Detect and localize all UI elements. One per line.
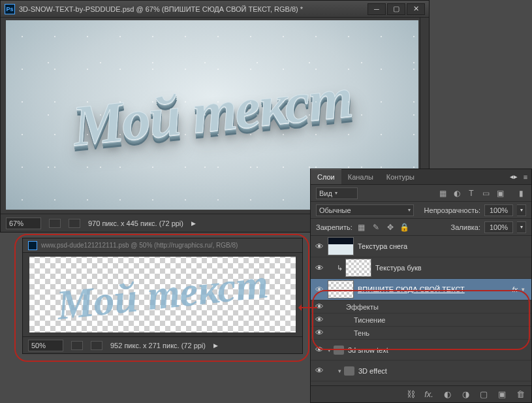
add-adjustment-button[interactable]: ◑ (460, 389, 471, 400)
new-group-button[interactable]: ▢ (478, 389, 490, 400)
fill-value[interactable]: 100% (484, 221, 513, 233)
panel-menu-icon[interactable]: ≡ (520, 169, 531, 184)
layer-name: ВПИШИТЕ СЮДА СВОЙ ТЕКСТ (358, 285, 512, 293)
tab-layers[interactable]: Слои (311, 169, 341, 184)
photoshop-logo-icon (28, 241, 37, 250)
photoshop-logo-icon: Ps (5, 4, 15, 14)
share-icon[interactable] (91, 341, 102, 350)
snow-3d-text: Мой текст (69, 64, 354, 159)
status-icon[interactable] (71, 341, 83, 350)
filter-row: Вид ▾ ▦ ◐ T ▭ ▣ ▮ (311, 185, 531, 202)
lock-row: Закрепить: ▦ ✎ ✥ 🔒 Заливка: 100% ▾ (311, 219, 531, 236)
group-3d-effect[interactable]: 👁 ▾ 3D effect (311, 361, 531, 381)
panel-collapse-icon[interactable]: ◂▸ (508, 169, 520, 184)
smart-object-window: www.psd-dude121212111.psb @ 50% (http://… (22, 238, 303, 354)
group-name: 3D effect (358, 367, 527, 375)
visibility-icon[interactable]: 👁 (311, 328, 328, 338)
clip-indicator-icon: ↳ (337, 264, 343, 272)
fx-shadow-row[interactable]: 👁 Тень (311, 327, 531, 340)
filter-kind-dropdown[interactable]: Вид ▾ (316, 187, 358, 199)
fx-shadow-label: Тень (354, 329, 369, 337)
document-dimensions: 970 пикс. x 445 пикс. (72 ppi) (88, 219, 183, 227)
folder-icon (344, 366, 354, 376)
fx-emboss-row[interactable]: 👁 Тиснение (311, 314, 531, 327)
fx-effects-label: Эффекты (346, 303, 379, 311)
status-icon[interactable] (49, 219, 61, 228)
tab-channels[interactable]: Каналы (341, 169, 380, 184)
layer-thumbnail (345, 259, 371, 277)
fx-badge[interactable]: fx (512, 285, 522, 293)
tab-paths[interactable]: Контуры (380, 169, 421, 184)
folder-icon (334, 346, 344, 355)
chevron-down-icon[interactable]: ▾ (328, 347, 331, 353)
lock-position-icon[interactable]: ✥ (385, 222, 396, 233)
layer-name: Текстура снега (358, 242, 527, 250)
annotation-arrow (299, 307, 317, 308)
so-zoom-input[interactable]: 50% (28, 340, 63, 351)
so-dimensions: 952 пикс. x 271 пикс. (72 ppi) (110, 342, 206, 349)
visibility-icon[interactable]: 👁 (311, 315, 328, 325)
panel-footer: ⛓ fx. ◐ ◑ ▢ ▣ 🗑 (311, 385, 531, 402)
link-layers-button[interactable]: ⛓ (405, 389, 416, 400)
info-flyout-caret[interactable]: ▶ (213, 342, 218, 349)
filter-shape-icon[interactable]: ▭ (480, 188, 491, 199)
filter-toggle[interactable]: ▮ (516, 188, 526, 199)
share-icon[interactable] (69, 219, 80, 228)
fill-label: Заливка: (451, 223, 480, 231)
so-titlebar: www.psd-dude121212111.psb @ 50% (http://… (23, 238, 302, 253)
blend-row: Обычные ▾ Непрозрачность: 100% ▾ (311, 202, 531, 219)
visibility-icon[interactable]: 👁 (311, 366, 328, 376)
chevron-down-icon: ▾ (408, 207, 411, 213)
visibility-icon[interactable]: 👁 (311, 285, 328, 295)
zoom-input[interactable]: 67% (6, 218, 41, 229)
layer-snow-texture[interactable]: 👁 Текстура снега (311, 236, 531, 257)
panel-tab-strip: Слои Каналы Контуры ◂▸ ≡ (311, 169, 531, 185)
layer-input-text[interactable]: 👁 ВПИШИТЕ СЮДА СВОЙ ТЕКСТ fx ▾ (311, 279, 531, 300)
info-flyout-caret[interactable]: ▶ (191, 220, 196, 227)
blend-mode-dropdown[interactable]: Обычные ▾ (316, 204, 414, 216)
fx-emboss-label: Тиснение (354, 316, 385, 324)
layers-panel: Слои Каналы Контуры ◂▸ ≡ Вид ▾ ▦ ◐ T ▭ ▣… (310, 169, 532, 403)
layer-thumbnail (328, 237, 354, 255)
blend-mode-value: Обычные (319, 206, 351, 214)
fx-effects-row[interactable]: 👁 Эффекты (311, 300, 531, 314)
so-text-layer: Мой текст (54, 259, 270, 330)
group-3d-snow[interactable]: 👁 ▾ 3d snow text (311, 340, 531, 361)
filter-adjust-icon[interactable]: ◐ (452, 188, 462, 199)
filter-kind-label: Вид (319, 189, 332, 197)
close-button[interactable]: ✕ (407, 3, 425, 15)
opacity-value[interactable]: 100% (484, 204, 513, 216)
opacity-slider-caret[interactable]: ▾ (517, 204, 526, 216)
so-canvas[interactable]: Мой текст (29, 257, 296, 332)
visibility-icon[interactable]: 👁 (311, 263, 328, 273)
visibility-icon[interactable]: 👁 (311, 345, 328, 355)
so-statusbar: 50% 952 пикс. x 271 пикс. (72 ppi) ▶ (23, 336, 302, 353)
chevron-down-icon: ▾ (335, 190, 337, 196)
lock-label: Закрепить: (316, 223, 352, 231)
lock-pixels-icon[interactable]: ✎ (371, 222, 381, 233)
delete-layer-button[interactable]: 🗑 (514, 389, 526, 400)
minimize-button[interactable]: ─ (368, 3, 386, 15)
group-name: 3d snow text (348, 346, 527, 354)
add-mask-button[interactable]: ◐ (441, 389, 453, 400)
so-title: www.psd-dude121212111.psb @ 50% (http://… (41, 242, 238, 249)
lock-all-icon[interactable]: 🔒 (399, 222, 410, 233)
chevron-down-icon[interactable]: ▾ (338, 368, 341, 374)
visibility-icon[interactable]: 👁 (311, 242, 328, 251)
layer-thumbnail (328, 280, 354, 298)
document-title: 3D-SNOW-TEXT-by-PSDDUDE.psd @ 67% (ВПИШИ… (19, 5, 366, 13)
main-titlebar: Ps 3D-SNOW-TEXT-by-PSDDUDE.psd @ 67% (ВП… (1, 1, 429, 18)
opacity-label: Непрозрачность: (424, 206, 480, 214)
maximize-button[interactable]: ▢ (387, 3, 405, 15)
add-fx-button[interactable]: fx. (423, 389, 435, 400)
lock-transparency-icon[interactable]: ▦ (356, 222, 367, 233)
new-layer-button[interactable]: ▣ (496, 389, 508, 400)
layer-name: Текстура букв (375, 264, 527, 272)
fx-collapse-caret[interactable]: ▾ (522, 286, 527, 293)
layer-letter-texture[interactable]: 👁 ↳ Текстура букв (311, 257, 531, 279)
filter-type-icon[interactable]: T (466, 188, 477, 199)
filter-smart-icon[interactable]: ▣ (495, 188, 505, 199)
fill-slider-caret[interactable]: ▾ (517, 221, 526, 233)
filter-pixel-icon[interactable]: ▦ (437, 188, 448, 199)
